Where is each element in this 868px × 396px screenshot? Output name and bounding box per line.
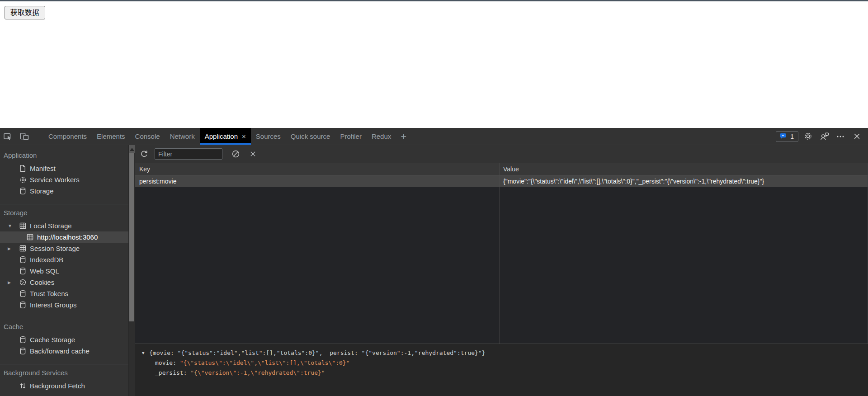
fetch-data-button[interactable]: 获取数据: [5, 6, 45, 19]
storage-key-cell[interactable]: persist:movie: [135, 175, 500, 187]
preview-string-value: "{\"status\":\"idel\",\"list\":[],\"tota…: [180, 359, 350, 366]
sidebar-item-label: http://localhost:3060: [37, 233, 98, 241]
sidebar-item-label: Background Fetch: [30, 382, 85, 390]
delete-selected-icon[interactable]: [246, 147, 259, 161]
issues-counter[interactable]: 1: [776, 131, 798, 142]
key-column-header[interactable]: Key: [135, 163, 500, 175]
gear-icon: [19, 176, 30, 184]
tab-components[interactable]: Components: [43, 128, 92, 145]
storage-value-cell[interactable]: {"movie":"{\"status\":\"idel\",\"list\":…: [500, 175, 868, 187]
sidebar-item-label: Web SQL: [30, 267, 59, 275]
tab-label: Sources: [256, 132, 281, 140]
clear-all-icon[interactable]: [229, 147, 242, 161]
sidebar-item-label: Trust Tokens: [30, 290, 68, 297]
sidebar-item-back-forward-cache[interactable]: Back/forward cache: [0, 345, 128, 357]
tab-application[interactable]: Application×: [200, 128, 251, 145]
file-icon: [19, 165, 30, 172]
database-icon: [19, 256, 30, 264]
column-resize-handle[interactable]: [500, 163, 500, 344]
grid-icon: [26, 233, 37, 241]
sidebar-item-session-storage[interactable]: ▶Session Storage: [0, 243, 128, 254]
sidebar-item-indexeddb[interactable]: IndexedDB: [0, 254, 128, 265]
tab-quick-source[interactable]: Quick source: [286, 128, 335, 145]
sidebar-item-local-storage[interactable]: ▼Local Storage: [0, 220, 128, 231]
storage-toolbar: [135, 145, 868, 163]
grid-icon: [19, 222, 30, 230]
feedback-icon[interactable]: [817, 130, 831, 143]
sidebar-section-application: ApplicationManifestService WorkersStorag…: [0, 147, 128, 200]
value-preview-pane: ▼{movie: "{"status":"idel","list":[],"to…: [135, 344, 868, 396]
preview-entry: movie"{\"status\":\"idel\",\"list\":[],\…: [142, 358, 868, 368]
web-page-area: 获取数据: [0, 0, 868, 128]
sidebar-item-label: Manifest: [30, 165, 56, 172]
sidebar-item-storage[interactable]: Storage: [0, 185, 128, 197]
tab-label: Elements: [97, 132, 125, 140]
cookie-icon: [19, 278, 30, 286]
sidebar-item-web-sql[interactable]: Web SQL: [0, 265, 128, 277]
database-icon: [19, 187, 30, 195]
preview-string-value: "{\"version\":-1,\"rehydrated\":true}": [190, 369, 325, 376]
preview-key: _persist: [155, 369, 190, 376]
sidebar-item-http-localhost-3060[interactable]: http://localhost:3060: [0, 231, 128, 243]
more-tabs-icon[interactable]: +: [396, 128, 411, 145]
sidebar-item-manifest[interactable]: Manifest: [0, 163, 128, 174]
tab-label: Quick source: [291, 132, 330, 140]
sidebar-item-service-workers[interactable]: Service Workers: [0, 174, 128, 185]
caret-right-icon[interactable]: ▶: [5, 280, 19, 285]
tab-label: Application: [205, 132, 238, 140]
section-header: Cache: [0, 318, 128, 334]
table-header: Key Value: [135, 163, 868, 175]
tab-sources[interactable]: Sources: [251, 128, 286, 145]
sidebar-item-cache-storage[interactable]: Cache Storage: [0, 334, 128, 345]
sidebar-item-cookies[interactable]: ▶Cookies: [0, 277, 128, 288]
tab-strip: ComponentsElementsConsoleNetworkApplicat…: [43, 128, 396, 145]
more-options-icon[interactable]: [834, 130, 847, 143]
scrollbar-up-icon[interactable]: [129, 145, 135, 153]
close-devtools-icon[interactable]: [850, 130, 863, 143]
inspect-element-icon[interactable]: [0, 128, 16, 145]
caret-down-icon[interactable]: ▼: [5, 223, 19, 228]
section-header: Storage: [0, 204, 128, 220]
issues-icon: [779, 133, 787, 140]
tab-elements[interactable]: Elements: [92, 128, 130, 145]
scrollbar-thumb[interactable]: [129, 153, 134, 321]
database-icon: [19, 336, 30, 344]
sidebar-scrollbar[interactable]: [128, 145, 135, 396]
devtools-tabbar: ComponentsElementsConsoleNetworkApplicat…: [0, 128, 868, 145]
tab-label: Profiler: [340, 132, 362, 140]
expand-triangle-icon[interactable]: ▼: [142, 348, 149, 358]
preview-summary-text: {movie: "{"status":"idel","list":[],"tot…: [149, 349, 486, 356]
tab-close-icon[interactable]: ×: [242, 132, 246, 140]
grid-icon: [19, 245, 30, 252]
sidebar-item-label: Back/forward cache: [30, 347, 90, 355]
tab-label: Components: [48, 132, 87, 140]
sidebar-section-background-services: Background ServicesBackground Fetch: [0, 364, 128, 395]
preview-key: movie: [155, 359, 180, 366]
database-icon: [19, 347, 30, 355]
tab-profiler[interactable]: Profiler: [335, 128, 367, 145]
sidebar-section-storage: Storage▼Local Storagehttp://localhost:30…: [0, 204, 128, 314]
caret-right-icon[interactable]: ▶: [5, 246, 19, 251]
value-column-header[interactable]: Value: [500, 163, 868, 175]
arrows-icon: [19, 382, 30, 390]
refresh-icon[interactable]: [137, 147, 151, 161]
storage-items-table: Key Value persist:movie {"movie":"{\"sta…: [135, 163, 868, 344]
tab-redux[interactable]: Redux: [367, 128, 396, 145]
tab-network[interactable]: Network: [165, 128, 200, 145]
section-header: Background Services: [0, 364, 128, 380]
tab-label: Console: [135, 132, 160, 140]
device-toolbar-icon[interactable]: [16, 128, 33, 145]
database-icon: [19, 267, 30, 275]
section-header: Application: [0, 147, 128, 163]
sidebar-item-interest-groups[interactable]: Interest Groups: [0, 299, 128, 311]
sidebar-section-cache: CacheCache StorageBack/forward cache: [0, 318, 128, 360]
table-row[interactable]: persist:movie {"movie":"{\"status\":\"id…: [135, 175, 868, 187]
tab-console[interactable]: Console: [130, 128, 165, 145]
application-sidebar: ApplicationManifestService WorkersStorag…: [0, 145, 128, 396]
tab-label: Redux: [372, 132, 391, 140]
sidebar-item-background-fetch[interactable]: Background Fetch: [0, 380, 128, 391]
preview-entry: _persist"{\"version\":-1,\"rehydrated\":…: [142, 368, 868, 378]
sidebar-item-trust-tokens[interactable]: Trust Tokens: [0, 288, 128, 299]
settings-gear-icon[interactable]: [801, 130, 815, 143]
filter-input[interactable]: [155, 148, 222, 160]
